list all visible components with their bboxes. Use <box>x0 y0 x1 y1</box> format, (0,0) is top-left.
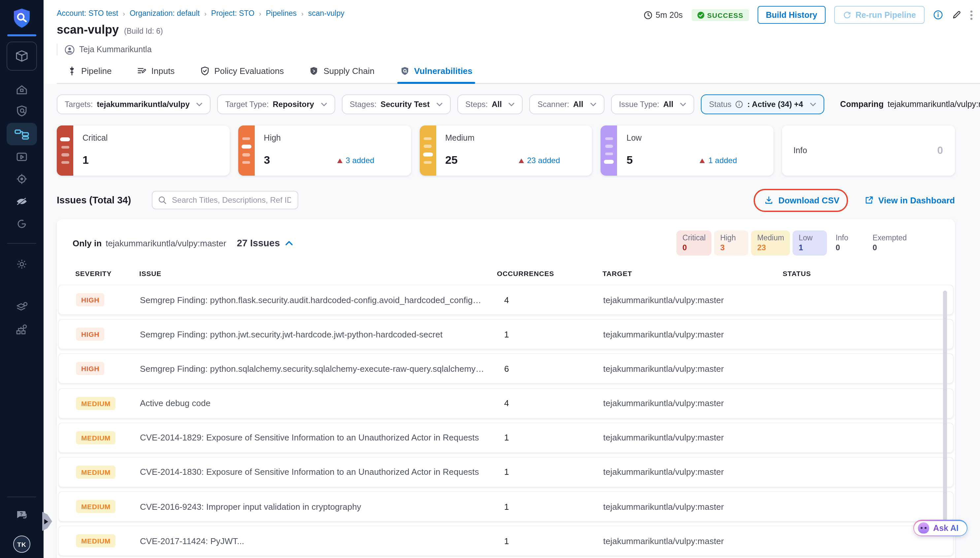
target: tejakummarikuntla/vulpy:master <box>603 502 783 512</box>
chip-critical[interactable]: Critical0 <box>676 230 712 256</box>
low-card[interactable]: Low 5 1 added <box>601 125 774 176</box>
low-count: 5 <box>627 154 633 167</box>
chip-info[interactable]: Info0 <box>829 230 864 256</box>
issue-row[interactable]: HIGH Semgrep Finding: python.sqlalchemy.… <box>58 354 954 384</box>
author-name: Teja Kummarikuntla <box>79 45 152 54</box>
view-in-dashboard-button[interactable]: View in Dashboard <box>864 195 955 205</box>
low-label: Low <box>627 133 642 143</box>
tab-inputs[interactable]: Inputs <box>134 62 178 83</box>
duration: 5m 20s <box>643 10 683 20</box>
chevron-down-icon <box>509 102 515 106</box>
chip-medium[interactable]: Medium23 <box>751 230 790 256</box>
search-input[interactable] <box>151 191 298 209</box>
filter-scanner[interactable]: Scanner:All <box>530 94 604 114</box>
severity-summary-cards: Critical 1 High 3 3 added Medium 25 23 a… <box>57 125 955 176</box>
critical-card[interactable]: Critical 1 <box>57 125 230 176</box>
header-actions: 5m 20s SUCCESS Build History Re-run Pipe… <box>643 6 973 24</box>
issue-title: Semgrep Finding: python.jwt.security.jwt… <box>140 329 497 339</box>
executions-icon[interactable] <box>0 151 44 164</box>
check-circle-icon <box>697 11 705 19</box>
severity-badge: HIGH <box>76 328 105 341</box>
filter-issue-type[interactable]: Issue Type:All <box>611 94 695 114</box>
issue-row[interactable]: HIGH Semgrep Finding: python.jwt.securit… <box>58 319 954 350</box>
filter-steps[interactable]: Steps:All <box>457 94 523 114</box>
token-icon[interactable] <box>0 217 44 230</box>
occurrences: 1 <box>497 467 603 477</box>
breadcrumb-account[interactable]: Account: STO test <box>57 9 118 17</box>
chevron-down-icon <box>680 102 687 106</box>
severity-filter-chips: Critical0 High3 Medium23 Low1 Info0 Exem… <box>676 230 913 256</box>
issue-row[interactable]: HIGH Semgrep Finding: python.flask.secur… <box>58 285 954 315</box>
tab-pipeline[interactable]: Pipeline <box>65 62 115 83</box>
severity-badge: HIGH <box>76 362 105 376</box>
issue-row[interactable]: MEDIUM CVE-2014-1829: Exposure of Sensit… <box>58 423 954 453</box>
high-label: High <box>264 133 281 143</box>
tab-vulnerabilities[interactable]: Vulnerabilities <box>397 62 475 83</box>
target: tejakummarikuntla/vulpy:master <box>603 329 783 339</box>
build-id: (Build Id: 6) <box>124 27 163 35</box>
severity-badge: MEDIUM <box>76 466 116 479</box>
target: tejakummarikuntla/vulpy:master <box>603 398 783 408</box>
chevron-down-icon <box>321 102 327 106</box>
high-card[interactable]: High 3 3 added <box>238 125 411 176</box>
download-csv-button[interactable]: Download CSV <box>764 195 839 205</box>
breadcrumb-project[interactable]: Project: STO <box>211 9 254 17</box>
filter-target-type[interactable]: Target Type:Repository <box>218 94 335 114</box>
filter-stages[interactable]: Stages:Security Test <box>342 94 451 114</box>
tab-policy-evaluations[interactable]: Policy Evaluations <box>197 62 286 83</box>
breadcrumb-current[interactable]: scan-vulpy <box>308 9 345 17</box>
high-delta: 3 added <box>337 156 375 165</box>
table-scrollbar[interactable] <box>943 290 947 523</box>
toolbar-actions: Download CSV View in Dashboard <box>764 195 955 205</box>
settings-gear-icon[interactable] <box>0 258 44 271</box>
medium-card[interactable]: Medium 25 23 added <box>419 125 592 176</box>
info-icon[interactable] <box>933 10 943 20</box>
chevron-down-icon <box>810 102 816 106</box>
exemptions-eye-slash-icon[interactable] <box>0 195 44 208</box>
issue-row[interactable]: MEDIUM CVE-2017-11424: PyJWT... 1 tejaku… <box>58 526 954 556</box>
occurrences: 6 <box>497 364 603 374</box>
vulnerabilities-shield-icon <box>399 66 409 76</box>
severity-badge: HIGH <box>76 293 105 307</box>
module-selector-cube-icon[interactable] <box>7 42 37 71</box>
issue-row[interactable]: MEDIUM Active debug code 4 tejakummariku… <box>58 388 954 419</box>
org-settings-hierarchy-icon[interactable] <box>0 323 44 336</box>
chip-exempted[interactable]: Exempted0 <box>867 230 913 256</box>
build-history-button[interactable]: Build History <box>757 6 826 24</box>
supply-chain-shield-icon <box>309 66 319 76</box>
breadcrumb-pipelines[interactable]: Pipelines <box>266 9 297 17</box>
help-chat-icon[interactable]: ? <box>0 508 44 521</box>
occurrences: 1 <box>497 433 603 443</box>
sto-shield-logo-icon[interactable] <box>0 7 44 30</box>
edit-pencil-icon[interactable] <box>952 10 962 20</box>
issue-title: Semgrep Finding: python.sqlalchemy.secur… <box>140 364 497 374</box>
info-card[interactable]: Info 0 <box>782 125 955 176</box>
tab-supply-chain[interactable]: Supply Chain <box>306 62 377 83</box>
user-avatar[interactable]: TK <box>13 535 30 553</box>
chip-high[interactable]: High3 <box>714 230 749 256</box>
occurrences: 1 <box>497 329 603 339</box>
targets-icon[interactable] <box>0 172 44 185</box>
rerun-pipeline-button[interactable]: Re-run Pipeline <box>834 6 924 24</box>
main-content: Account: STO test› Organization: default… <box>44 0 980 558</box>
chevron-up-icon[interactable] <box>285 240 293 246</box>
person-icon <box>65 44 75 54</box>
issue-title: CVE-2014-1830: Exposure of Sensitive Inf… <box>140 467 497 477</box>
issue-row[interactable]: MEDIUM CVE-2014-1830: Exposure of Sensit… <box>58 457 954 487</box>
issues-toolbar: Issues (Total 34) Download CSV View in D… <box>57 190 955 210</box>
scan-shield-icon[interactable] <box>0 104 44 118</box>
default-settings-layers-icon[interactable] <box>0 300 44 313</box>
kebab-menu-icon[interactable] <box>970 10 973 20</box>
issue-title: CVE-2016-9243: Improper input validation… <box>140 502 497 512</box>
ai-robot-icon <box>918 522 929 533</box>
ask-ai-button[interactable]: Ask AI <box>913 520 967 536</box>
breadcrumb-org[interactable]: Organization: default <box>130 9 200 17</box>
critical-count: 1 <box>82 154 89 167</box>
pipelines-nav-active[interactable] <box>7 123 37 145</box>
filter-targets[interactable]: Targets:tejakummarikuntla/vulpy <box>57 94 211 114</box>
low-delta: 1 added <box>700 156 737 165</box>
chip-low[interactable]: Low1 <box>793 230 827 256</box>
filter-status[interactable]: Status : Active (34) +4 <box>701 94 824 114</box>
home-icon[interactable] <box>0 83 44 97</box>
issue-row[interactable]: MEDIUM CVE-2016-9243: Improper input val… <box>58 491 954 522</box>
